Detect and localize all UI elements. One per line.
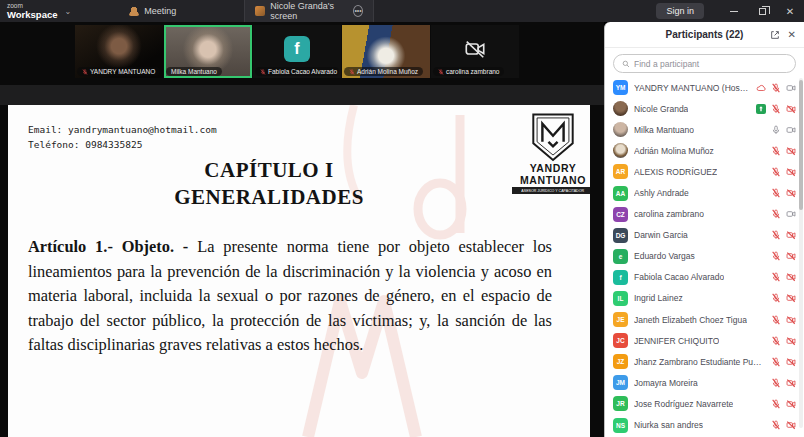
participant-name: Fabiola Cacao Alvarado (634, 272, 724, 282)
participant-avatar: IL (613, 291, 628, 306)
participant-status-icons (771, 146, 796, 156)
mic-muted-icon (771, 251, 781, 261)
participant-avatar: AR (613, 164, 628, 179)
participant-avatar: f (613, 270, 628, 285)
camera-on-icon (786, 125, 796, 135)
camera-off-icon (464, 38, 486, 60)
mic-muted-icon (771, 399, 781, 409)
participant-status-icons (771, 399, 796, 409)
participant-row[interactable]: YM YANDRY MANTUANO (Host, me) (605, 77, 804, 98)
camera-off-icon (786, 167, 796, 177)
participant-status-icons (771, 251, 796, 261)
participant-row[interactable]: CZ carolina zambrano (605, 204, 804, 225)
restore-button[interactable] (748, 0, 776, 22)
close-button[interactable]: ✕ (776, 0, 804, 22)
tab-more-options-icon[interactable]: ••• (353, 5, 363, 17)
participant-row[interactable]: Milka Mantuano (605, 119, 804, 140)
participant-search-box[interactable] (613, 54, 796, 73)
participant-search-input[interactable] (634, 59, 787, 69)
video-tile[interactable]: Milka Mantuano (164, 25, 252, 78)
video-tile-name-label: Fabiola Cacao Alvarado (255, 67, 339, 76)
participants-scrollbar-thumb[interactable] (799, 80, 803, 210)
search-icon (622, 60, 630, 68)
participant-name: JENNIFER CHIQUITO (634, 336, 719, 346)
participant-row[interactable]: JR Jose Rodríguez Navarrete (605, 393, 804, 414)
camera-off-icon (786, 293, 796, 303)
participant-status-icons (771, 230, 796, 240)
camera-off-icon (786, 315, 796, 325)
participant-row[interactable]: DG Darwin Garcia (605, 225, 804, 246)
mic-muted-icon (771, 167, 781, 177)
participants-scrollbar[interactable] (799, 78, 803, 428)
participant-row[interactable]: f Fabiola Cacao Alvarado (605, 267, 804, 288)
participant-row[interactable]: Adrián Molina Muñoz (605, 140, 804, 161)
popout-panel-icon[interactable] (770, 30, 780, 40)
participant-row[interactable]: JE Janeth Elizabeth Choez Tigua (605, 309, 804, 330)
participant-row[interactable]: Nicole Granda (605, 98, 804, 119)
shared-screen-area: YANDRY MANTUANO Milka Mantuano f Fabiola… (0, 22, 604, 437)
participant-name: ALEXIS RODRÍGUEZ (634, 167, 717, 177)
participant-status-icons (771, 336, 796, 346)
participant-status-icons (756, 83, 796, 93)
meeting-tab-icon (129, 6, 139, 16)
tab-shared-screen[interactable]: Nicole Granda's screen ••• (244, 0, 374, 22)
participant-avatar: DG (613, 228, 628, 243)
participant-avatar: JC (613, 333, 628, 348)
video-tile-name: carolina zambrano (446, 68, 499, 75)
close-panel-icon[interactable]: ✕ (788, 29, 796, 40)
participant-row[interactable]: AA Ashly Andrade (605, 182, 804, 203)
video-tile[interactable]: carolina zambrano (431, 25, 519, 78)
participant-row[interactable]: NS Niurka san andres (605, 415, 804, 434)
camera-off-icon (786, 188, 796, 198)
tab-meeting[interactable]: Meeting (119, 0, 186, 22)
participant-status-icons (771, 272, 796, 282)
video-tile-name-label: Milka Mantuano (166, 67, 222, 76)
chevron-down-icon[interactable]: ⌄ (65, 7, 72, 16)
participant-avatar: JM (613, 375, 628, 390)
participant-status-icons (771, 125, 796, 135)
participant-name: Janeth Elizabeth Choez Tigua (634, 315, 747, 325)
mic-muted-icon (771, 336, 781, 346)
minimize-icon (730, 11, 738, 12)
participants-header: Participants (22) ✕ (605, 22, 804, 48)
participant-row[interactable]: e Eduardo Vargas (605, 246, 804, 267)
participant-row[interactable]: JM Jomayra Moreira (605, 372, 804, 393)
camera-off-icon (786, 146, 796, 156)
minimize-button[interactable] (720, 0, 748, 22)
participant-avatar: JZ (613, 354, 628, 369)
participant-status-icons (771, 378, 796, 388)
video-tile[interactable]: f Fabiola Cacao Alvarado (253, 25, 341, 78)
video-thumbnail-strip: YANDRY MANTUANO Milka Mantuano f Fabiola… (75, 25, 519, 78)
participant-status-icons (771, 209, 796, 219)
participant-row[interactable]: JC JENNIFER CHIQUITO (605, 330, 804, 351)
sign-in-button[interactable]: Sign in (656, 3, 704, 19)
camera-off-icon (786, 251, 796, 261)
video-tile[interactable]: Adrián Molina Muñoz (342, 25, 430, 78)
participant-avatar (613, 122, 628, 137)
camera-off-icon (786, 272, 796, 282)
camera-on-icon (786, 83, 796, 93)
mic-muted-icon (771, 188, 781, 198)
participant-avatar: AA (613, 186, 628, 201)
mic-muted-icon (771, 272, 781, 282)
mic-on-icon (771, 125, 781, 135)
shield-monogram-icon (530, 113, 576, 163)
article-lead: Artículo 1.- Objeto. - (28, 237, 188, 256)
participant-row[interactable]: IL Ingrid Lainez (605, 288, 804, 309)
participant-name: Nicole Granda (634, 104, 688, 114)
mic-muted-icon (771, 315, 781, 325)
zoom-workspace-brand[interactable]: zoom Workspace ⌄ (0, 3, 71, 19)
letter-avatar: f (284, 36, 310, 62)
participant-avatar: JR (613, 396, 628, 411)
participants-panel: Participants (22) ✕ YM YANDRY MANTUANO (… (604, 22, 804, 437)
mic-muted-icon (771, 230, 781, 240)
video-tile[interactable]: YANDRY MANTUANO (75, 25, 163, 78)
mic-muted-icon (771, 378, 781, 388)
mic-muted-icon (771, 357, 781, 367)
mic-muted-icon (349, 69, 355, 75)
participant-avatar: e (613, 249, 628, 264)
participant-status-icons (771, 315, 796, 325)
participant-row[interactable]: JZ Jhanz Zambrano Estudiante Pucem (605, 351, 804, 372)
participant-row[interactable]: AR ALEXIS RODRÍGUEZ (605, 161, 804, 182)
participant-name: Jose Rodríguez Navarrete (634, 399, 733, 409)
